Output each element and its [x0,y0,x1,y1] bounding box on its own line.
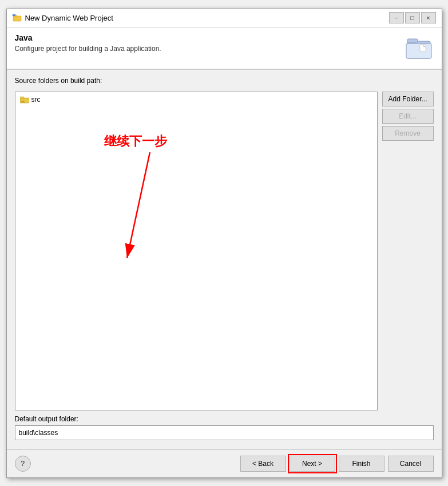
minimize-button[interactable]: − [389,12,404,23]
output-folder-section: Default output folder: [15,415,434,442]
footer-section: ? < Back Next > Finish Cancel [7,449,442,477]
footer-buttons: < Back Next > Finish Cancel [240,456,434,472]
header-section: Java Configure project for building a Ja… [7,27,442,70]
source-folders-container: src src Add Folder... Edit... Remove [15,92,434,410]
output-folder-label: Default output folder: [15,415,434,423]
maximize-button[interactable]: □ [405,12,420,23]
header-description: Configure project for building a Java ap… [15,45,161,53]
edit-button[interactable]: Edit... [382,109,434,124]
back-button[interactable]: < Back [240,456,286,472]
side-buttons: Add Folder... Edit... Remove [382,92,434,410]
svg-rect-3 [14,14,15,16]
window-title: New Dynamic Web Project [25,14,113,22]
svg-rect-10 [20,97,24,99]
next-button[interactable]: Next > [290,456,335,472]
source-section-label: Source folders on build path: [15,77,434,85]
java-icon [404,33,434,63]
svg-rect-0 [13,16,21,21]
svg-rect-6 [406,44,431,58]
content-area: Source folders on build path: src src Ad… [7,70,442,449]
list-item: src src [18,94,375,105]
header-icon [404,33,434,63]
svg-text:src: src [21,100,25,103]
close-button[interactable]: × [421,12,436,23]
add-folder-button[interactable]: Add Folder... [382,92,434,106]
dialog-window: New Dynamic Web Project − □ × Java Confi… [6,9,442,478]
cancel-button[interactable]: Cancel [388,456,434,472]
title-bar-left: New Dynamic Web Project [13,13,113,22]
title-bar: New Dynamic Web Project − □ × [7,9,442,27]
window-icon [13,13,22,22]
header-text: Java Configure project for building a Ja… [15,33,161,53]
finish-button[interactable]: Finish [339,456,384,472]
remove-button[interactable]: Remove [382,126,434,141]
help-button[interactable]: ? [15,456,31,472]
window-controls: − □ × [389,12,436,23]
header-title: Java [15,33,161,42]
output-folder-input[interactable] [15,425,434,440]
svg-rect-5 [407,39,418,42]
src-folder-icon: src [20,96,29,104]
source-list-box: src src [15,92,378,410]
svg-marker-7 [420,45,426,52]
src-folder-label: src [31,96,41,104]
